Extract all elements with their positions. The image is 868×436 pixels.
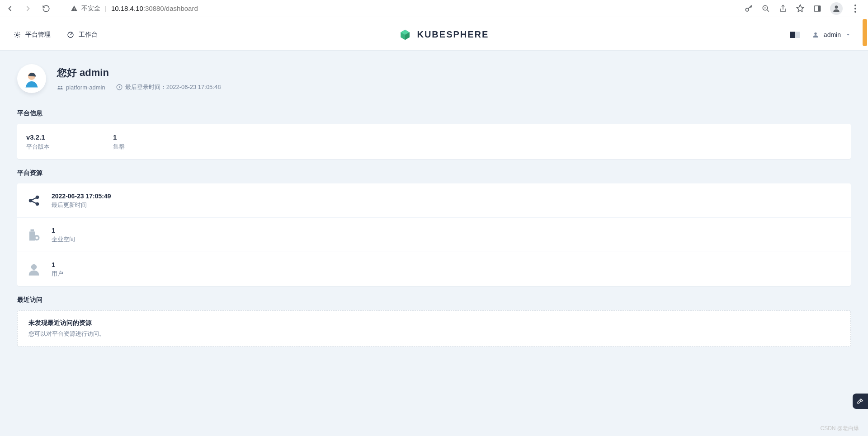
res-user-value: 1	[52, 260, 63, 270]
user-icon	[812, 31, 819, 38]
watermark: CSDN @老白爆	[820, 425, 859, 432]
stat-cluster-value: 1	[113, 132, 125, 143]
hammer-icon	[857, 398, 864, 405]
scrollbar-thumb[interactable]	[863, 19, 867, 46]
platform-info-card: v3.2.1 平台版本 1 集群	[17, 124, 851, 159]
stat-cluster-label: 集群	[113, 143, 125, 151]
bookmark-star-icon[interactable]	[796, 4, 805, 13]
role-badge: platform-admin	[57, 84, 105, 91]
forward-button[interactable]	[23, 3, 33, 14]
user-menu[interactable]: admin	[812, 31, 851, 38]
user-icon	[26, 262, 42, 277]
app-topbar: 平台管理 工作台 KUBESPHERE admin	[0, 19, 868, 51]
svg-rect-1	[74, 9, 74, 10]
svg-point-10	[16, 34, 18, 36]
workspace-icon	[26, 227, 42, 243]
back-button[interactable]	[5, 3, 15, 14]
res-updated-label: 最后更新时间	[52, 201, 111, 209]
app-root: 平台管理 工作台 KUBESPHERE admin	[0, 19, 868, 436]
brand-text: KUBESPHERE	[417, 29, 489, 40]
svg-rect-21	[29, 231, 35, 240]
svg-point-2	[745, 8, 749, 11]
url-divider: |	[105, 5, 107, 12]
key-icon[interactable]	[744, 4, 753, 13]
browser-actions	[744, 2, 863, 15]
role-text: platform-admin	[66, 84, 105, 91]
brand[interactable]: KUBESPHERE	[399, 28, 489, 41]
share-icon[interactable]	[778, 4, 788, 13]
platform-info-title: 平台信息	[17, 109, 851, 117]
res-updated-value: 2022-06-23 17:05:49	[52, 192, 111, 201]
last-login-time: 2022-06-23 17:05:48	[166, 84, 221, 90]
res-workspace-value: 1	[52, 226, 75, 235]
user-avatar	[17, 64, 46, 93]
svg-point-16	[61, 86, 62, 88]
profile-meta: platform-admin 最后登录时间：2022-06-23 17:05:4…	[57, 83, 221, 91]
recent-empty-title: 未发现最近访问的资源	[28, 319, 840, 327]
share-nodes-icon	[26, 193, 42, 208]
security-label: 不安全	[81, 5, 100, 13]
stat-version-label: 平台版本	[26, 143, 50, 151]
res-workspace-row[interactable]: 1 企业空间	[17, 218, 851, 252]
chevron-down-icon	[845, 32, 851, 38]
res-user-label: 用户	[52, 270, 63, 278]
svg-point-12	[814, 32, 816, 34]
stat-cluster: 1 集群	[113, 132, 125, 151]
platform-mgmt-link[interactable]: 平台管理	[14, 31, 51, 39]
url-text: 10.18.4.10:30880/dashboard	[111, 5, 198, 12]
res-updated-row: 2022-06-23 17:05:49 最后更新时间	[17, 183, 851, 218]
last-login-label: 最后登录时间：	[125, 84, 166, 90]
url-host: 10.18.4.10	[111, 5, 143, 12]
last-login: 最后登录时间：2022-06-23 17:05:48	[116, 83, 221, 91]
svg-point-8	[854, 8, 856, 9]
svg-point-25	[31, 264, 37, 270]
reload-button[interactable]	[41, 3, 52, 14]
workbench-link[interactable]: 工作台	[67, 31, 98, 39]
url-path: :30880/dashboard	[143, 5, 198, 12]
profile-header: 您好 admin platform-admin 最后登录时间：2022-06-2…	[17, 64, 851, 93]
svg-rect-0	[74, 8, 74, 9]
user-name: admin	[824, 31, 841, 38]
help-floater[interactable]	[853, 394, 868, 409]
security-warning: 不安全	[71, 5, 100, 13]
recent-empty-card: 未发现最近访问的资源 您可以对平台资源进行访问。	[17, 310, 851, 347]
menu-dots-icon[interactable]	[851, 4, 860, 13]
workbench-label: 工作台	[79, 31, 98, 39]
url-bar[interactable]: 不安全 | 10.18.4.10:30880/dashboard	[63, 2, 732, 15]
zoom-out-icon[interactable]	[761, 4, 770, 13]
platform-res-title: 平台资源	[17, 169, 851, 177]
greeting: 您好 admin	[57, 66, 221, 80]
platform-res-card: 2022-06-23 17:05:49 最后更新时间 1 企业空间 1	[17, 183, 851, 286]
svg-point-15	[58, 86, 60, 88]
topbar-left: 平台管理 工作台	[14, 31, 98, 39]
svg-rect-24	[36, 236, 38, 239]
language-switcher[interactable]	[790, 32, 800, 38]
profile-main: 您好 admin platform-admin 最后登录时间：2022-06-2…	[57, 66, 221, 91]
dashboard-content: 您好 admin platform-admin 最后登录时间：2022-06-2…	[0, 51, 868, 360]
browser-profile-avatar[interactable]	[830, 2, 843, 15]
clock-icon	[116, 84, 123, 90]
browser-toolbar: 不安全 | 10.18.4.10:30880/dashboard	[0, 0, 868, 17]
svg-point-6	[835, 5, 838, 9]
stat-version: v3.2.1 平台版本	[26, 132, 50, 151]
svg-point-9	[854, 11, 856, 13]
res-user-row[interactable]: 1 用户	[17, 252, 851, 286]
scrollbar[interactable]	[861, 19, 868, 436]
topbar-right: admin	[790, 31, 851, 38]
recent-title: 最近访问	[17, 296, 851, 304]
svg-point-7	[854, 5, 856, 6]
side-panel-icon[interactable]	[813, 4, 822, 13]
gear-icon	[14, 31, 21, 38]
dashboard-icon	[67, 31, 74, 38]
svg-rect-22	[31, 229, 34, 231]
res-workspace-label: 企业空间	[52, 235, 75, 244]
stat-version-value: v3.2.1	[26, 132, 50, 143]
role-icon	[57, 84, 63, 90]
platform-mgmt-label: 平台管理	[25, 31, 51, 39]
kubesphere-logo-icon	[399, 28, 411, 41]
svg-rect-5	[818, 6, 821, 11]
recent-empty-sub: 您可以对平台资源进行访问。	[28, 330, 840, 338]
